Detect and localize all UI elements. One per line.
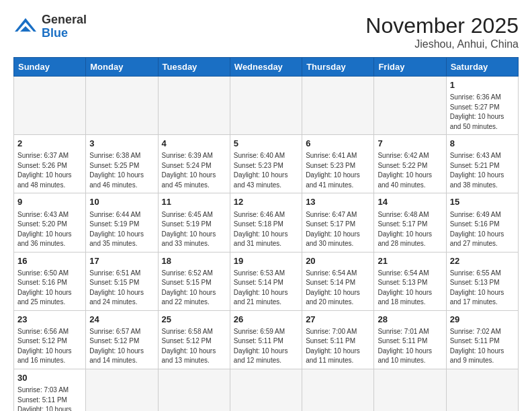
day-number: 20 bbox=[306, 255, 370, 267]
calendar-cell: 27Sunrise: 7:00 AM Sunset: 5:11 PM Dayli… bbox=[302, 310, 374, 369]
calendar-cell: 30Sunrise: 7:03 AM Sunset: 5:11 PM Dayli… bbox=[14, 369, 86, 411]
logo-icon bbox=[13, 17, 38, 37]
calendar-cell bbox=[446, 369, 518, 411]
day-number: 6 bbox=[306, 138, 370, 150]
day-number: 21 bbox=[378, 255, 442, 267]
calendar-cell: 22Sunrise: 6:55 AM Sunset: 5:13 PM Dayli… bbox=[446, 252, 518, 310]
day-number: 18 bbox=[162, 255, 226, 267]
calendar-cell: 13Sunrise: 6:47 AM Sunset: 5:17 PM Dayli… bbox=[302, 193, 374, 252]
calendar-header-row: SundayMondayTuesdayWednesdayThursdayFrid… bbox=[14, 58, 519, 77]
calendar-cell: 9Sunrise: 6:43 AM Sunset: 5:20 PM Daylig… bbox=[14, 193, 86, 252]
day-info: Sunrise: 6:46 AM Sunset: 5:18 PM Dayligh… bbox=[234, 210, 298, 249]
calendar-week-3: 9Sunrise: 6:43 AM Sunset: 5:20 PM Daylig… bbox=[14, 193, 519, 252]
calendar-cell: 16Sunrise: 6:50 AM Sunset: 5:16 PM Dayli… bbox=[14, 252, 86, 310]
day-number: 28 bbox=[378, 314, 442, 326]
calendar-cell: 4Sunrise: 6:39 AM Sunset: 5:24 PM Daylig… bbox=[158, 135, 230, 193]
day-info: Sunrise: 6:38 AM Sunset: 5:25 PM Dayligh… bbox=[89, 151, 154, 190]
day-number: 23 bbox=[17, 314, 82, 326]
calendar-cell bbox=[86, 77, 158, 135]
calendar-week-4: 16Sunrise: 6:50 AM Sunset: 5:16 PM Dayli… bbox=[14, 252, 519, 310]
day-number: 22 bbox=[450, 255, 515, 267]
calendar-week-6: 30Sunrise: 7:03 AM Sunset: 5:11 PM Dayli… bbox=[14, 369, 519, 411]
day-number: 13 bbox=[306, 196, 370, 208]
day-number: 25 bbox=[162, 314, 226, 326]
day-info: Sunrise: 6:54 AM Sunset: 5:14 PM Dayligh… bbox=[306, 269, 370, 308]
calendar-table: SundayMondayTuesdayWednesdayThursdayFrid… bbox=[13, 57, 519, 411]
day-number: 2 bbox=[17, 138, 82, 150]
calendar-header-monday: Monday bbox=[86, 58, 158, 77]
calendar-header-tuesday: Tuesday bbox=[158, 58, 230, 77]
calendar-cell: 12Sunrise: 6:46 AM Sunset: 5:18 PM Dayli… bbox=[230, 193, 302, 252]
day-number: 26 bbox=[234, 314, 298, 326]
day-info: Sunrise: 6:49 AM Sunset: 5:16 PM Dayligh… bbox=[450, 210, 515, 249]
day-info: Sunrise: 6:47 AM Sunset: 5:17 PM Dayligh… bbox=[306, 210, 370, 249]
calendar-week-1: 1Sunrise: 6:36 AM Sunset: 5:27 PM Daylig… bbox=[14, 77, 519, 135]
day-info: Sunrise: 6:54 AM Sunset: 5:13 PM Dayligh… bbox=[378, 269, 442, 308]
calendar-cell: 18Sunrise: 6:52 AM Sunset: 5:15 PM Dayli… bbox=[158, 252, 230, 310]
logo-general-text: General bbox=[42, 13, 87, 27]
day-info: Sunrise: 7:01 AM Sunset: 5:11 PM Dayligh… bbox=[378, 327, 442, 366]
day-number: 19 bbox=[234, 255, 298, 267]
day-number: 17 bbox=[89, 255, 154, 267]
calendar-cell: 29Sunrise: 7:02 AM Sunset: 5:11 PM Dayli… bbox=[446, 310, 518, 369]
calendar-cell: 17Sunrise: 6:51 AM Sunset: 5:15 PM Dayli… bbox=[86, 252, 158, 310]
day-info: Sunrise: 6:36 AM Sunset: 5:27 PM Dayligh… bbox=[450, 93, 515, 132]
day-number: 27 bbox=[306, 314, 370, 326]
day-number: 12 bbox=[234, 196, 298, 208]
calendar-cell bbox=[86, 369, 158, 411]
day-number: 11 bbox=[162, 196, 226, 208]
day-info: Sunrise: 6:40 AM Sunset: 5:23 PM Dayligh… bbox=[234, 151, 298, 190]
day-number: 24 bbox=[89, 314, 154, 326]
calendar-cell bbox=[230, 77, 302, 135]
calendar-cell: 10Sunrise: 6:44 AM Sunset: 5:19 PM Dayli… bbox=[86, 193, 158, 252]
day-number: 5 bbox=[234, 138, 298, 150]
logo-text: General Blue bbox=[42, 13, 87, 40]
day-number: 10 bbox=[89, 196, 154, 208]
calendar-cell: 26Sunrise: 6:59 AM Sunset: 5:11 PM Dayli… bbox=[230, 310, 302, 369]
calendar-cell: 3Sunrise: 6:38 AM Sunset: 5:25 PM Daylig… bbox=[86, 135, 158, 193]
calendar-cell: 14Sunrise: 6:48 AM Sunset: 5:17 PM Dayli… bbox=[374, 193, 446, 252]
calendar-cell bbox=[158, 369, 230, 411]
calendar-cell: 11Sunrise: 6:45 AM Sunset: 5:19 PM Dayli… bbox=[158, 193, 230, 252]
calendar-cell: 24Sunrise: 6:57 AM Sunset: 5:12 PM Dayli… bbox=[86, 310, 158, 369]
calendar-cell bbox=[302, 77, 374, 135]
calendar-header-friday: Friday bbox=[374, 58, 446, 77]
calendar-cell: 8Sunrise: 6:43 AM Sunset: 5:21 PM Daylig… bbox=[446, 135, 518, 193]
day-number: 1 bbox=[450, 79, 515, 91]
calendar-cell bbox=[374, 77, 446, 135]
calendar-cell: 23Sunrise: 6:56 AM Sunset: 5:12 PM Dayli… bbox=[14, 310, 86, 369]
logo: General Blue bbox=[13, 13, 87, 40]
day-info: Sunrise: 6:37 AM Sunset: 5:26 PM Dayligh… bbox=[17, 151, 82, 190]
day-number: 14 bbox=[378, 196, 442, 208]
calendar-cell: 1Sunrise: 6:36 AM Sunset: 5:27 PM Daylig… bbox=[446, 77, 518, 135]
day-info: Sunrise: 6:43 AM Sunset: 5:20 PM Dayligh… bbox=[17, 210, 82, 249]
day-number: 29 bbox=[450, 314, 515, 326]
calendar-header-saturday: Saturday bbox=[446, 58, 518, 77]
calendar-cell: 7Sunrise: 6:42 AM Sunset: 5:22 PM Daylig… bbox=[374, 135, 446, 193]
calendar-cell: 6Sunrise: 6:41 AM Sunset: 5:23 PM Daylig… bbox=[302, 135, 374, 193]
month-title: November 2025 bbox=[365, 13, 519, 38]
calendar-header-sunday: Sunday bbox=[14, 58, 86, 77]
day-number: 30 bbox=[17, 372, 82, 384]
calendar-cell bbox=[14, 77, 86, 135]
day-info: Sunrise: 6:48 AM Sunset: 5:17 PM Dayligh… bbox=[378, 210, 442, 249]
calendar-cell: 19Sunrise: 6:53 AM Sunset: 5:14 PM Dayli… bbox=[230, 252, 302, 310]
calendar-cell bbox=[158, 77, 230, 135]
location: Jieshou, Anhui, China bbox=[365, 38, 519, 50]
calendar-cell: 25Sunrise: 6:58 AM Sunset: 5:12 PM Dayli… bbox=[158, 310, 230, 369]
day-number: 4 bbox=[162, 138, 226, 150]
logo-blue-text: Blue bbox=[42, 27, 87, 40]
calendar-cell: 5Sunrise: 6:40 AM Sunset: 5:23 PM Daylig… bbox=[230, 135, 302, 193]
day-info: Sunrise: 6:56 AM Sunset: 5:12 PM Dayligh… bbox=[17, 327, 82, 366]
day-info: Sunrise: 6:41 AM Sunset: 5:23 PM Dayligh… bbox=[306, 151, 370, 190]
calendar-cell bbox=[230, 369, 302, 411]
title-block: November 2025 Jieshou, Anhui, China bbox=[365, 13, 519, 50]
day-info: Sunrise: 6:39 AM Sunset: 5:24 PM Dayligh… bbox=[162, 151, 226, 190]
day-number: 16 bbox=[17, 255, 82, 267]
day-info: Sunrise: 6:51 AM Sunset: 5:15 PM Dayligh… bbox=[89, 269, 154, 308]
day-number: 15 bbox=[450, 196, 515, 208]
calendar-cell bbox=[374, 369, 446, 411]
day-info: Sunrise: 6:58 AM Sunset: 5:12 PM Dayligh… bbox=[162, 327, 226, 366]
day-number: 3 bbox=[89, 138, 154, 150]
calendar-week-5: 23Sunrise: 6:56 AM Sunset: 5:12 PM Dayli… bbox=[14, 310, 519, 369]
